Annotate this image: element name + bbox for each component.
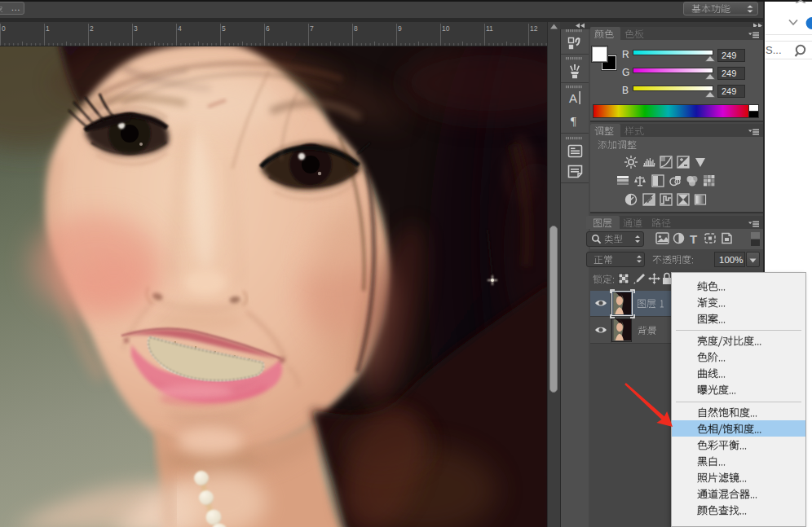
svg-text:A: A <box>569 91 577 105</box>
svg-text:¶: ¶ <box>571 115 576 128</box>
